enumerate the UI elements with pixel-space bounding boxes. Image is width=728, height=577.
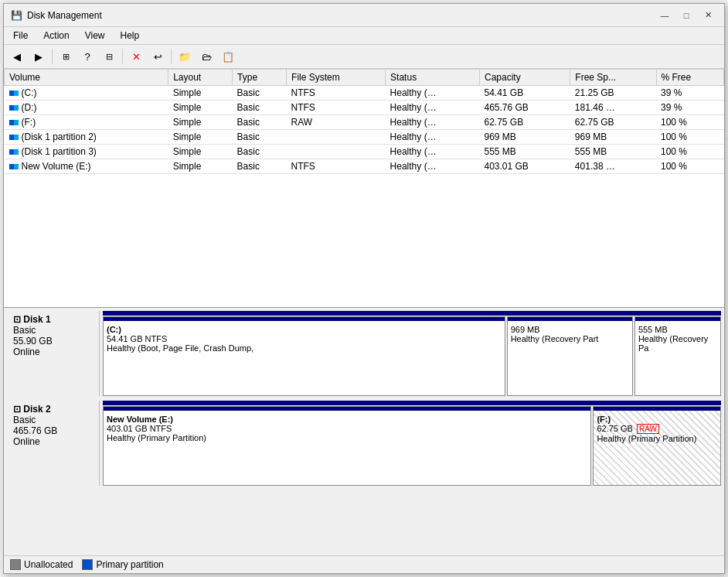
disk1-p2-topbar [508,317,632,321]
disk2-f-status: Healthy (Primary Partition) [597,434,717,443]
menu-bar: File Action View Help [4,27,724,45]
toolbar-back[interactable]: ◀ [7,47,27,66]
cell-fs: NTFS [287,101,386,115]
maximize-button[interactable]: □ [676,8,696,23]
cell-status: Healthy (… [386,130,480,145]
table-row[interactable]: (C:) Simple Basic NTFS Healthy (… 54.41 … [5,86,724,101]
legend-unalloc-box [10,559,21,570]
toolbar-clipboard[interactable]: 📋 [218,47,238,66]
cell-pct: 39 % [656,86,724,101]
cell-volume: (F:) [5,115,168,130]
cell-status: Healthy (… [386,101,480,115]
toolbar-help[interactable]: ? [77,47,97,66]
disk1-visual: (C:) 54.41 GB NTFS Healthy (Boot, Page F… [100,311,721,396]
cell-volume: New Volume (E:) [5,159,168,174]
cell-status: Healthy (… [386,86,480,101]
disk1-p2-partition[interactable]: 969 MB Healthy (Recovery Part [507,316,633,396]
cell-type: Basic [233,159,287,174]
col-volume[interactable]: Volume [5,70,168,86]
disk2-e-status: Healthy (Primary Partition) [107,433,587,442]
close-button[interactable]: ✕ [698,8,718,23]
cell-capacity: 555 MB [479,145,570,159]
menu-action[interactable]: Action [37,29,75,43]
menu-view[interactable]: View [79,29,111,43]
cell-pct: 100 % [656,130,724,145]
disk2-type: Basic [13,415,93,425]
disk1-c-partition[interactable]: (C:) 54.41 GB NTFS Healthy (Boot, Page F… [103,316,505,396]
cell-layout: Simple [168,130,233,145]
disk1-c-size: 54.41 GB NTFS [107,334,502,343]
cell-free: 181.46 … [570,101,656,115]
col-pct[interactable]: % Free [656,70,724,86]
toolbar-delete[interactable]: ✕ [126,47,146,66]
disk2-f-content: (F:) 62.75 GB RAW Healthy (Primary Parti… [597,415,717,443]
menu-help[interactable]: Help [114,29,146,43]
col-layout[interactable]: Layout [168,70,233,86]
main-area: Volume Layout Type File System Status Ca… [4,69,724,573]
table-row[interactable]: (Disk 1 partition 2) Simple Basic Health… [5,130,724,145]
toolbar-grid[interactable]: ⊞ [56,47,76,66]
disk1-row: ⊡ Disk 1 Basic 55.90 GB Online (C:) 54.4… [7,311,721,396]
disk2-row: ⊡ Disk 2 Basic 465.76 GB Online New Volu… [7,401,721,486]
legend-unallocated: Unallocated [10,559,73,570]
disk-area: ⊡ Disk 1 Basic 55.90 GB Online (C:) 54.4… [4,308,724,555]
cell-status: Healthy (… [386,159,480,174]
cell-layout: Simple [168,145,233,159]
table-row[interactable]: (F:) Simple Basic RAW Healthy (… 62.75 G… [5,115,724,130]
col-fs[interactable]: File System [287,70,386,86]
col-free[interactable]: Free Sp... [570,70,656,86]
volume-table[interactable]: Volume Layout Type File System Status Ca… [4,69,724,308]
legend-unalloc-label: Unallocated [24,559,73,570]
toolbar-undo[interactable]: ↩ [148,47,168,66]
cell-pct: 39 % [656,101,724,115]
toolbar: ◀ ▶ ⊞ ? ⊟ ✕ ↩ 📁 🗁 📋 [4,45,724,69]
disk2-e-topbar [104,407,590,411]
disk1-c-content: (C:) 54.41 GB NTFS Healthy (Boot, Page F… [107,325,502,353]
table-row[interactable]: (Disk 1 partition 3) Simple Basic Health… [5,145,724,159]
menu-file[interactable]: File [7,29,34,43]
disk1-c-topbar [104,317,505,321]
disk2-visual: New Volume (E:) 403.01 GB NTFS Healthy (… [100,401,721,486]
table-row[interactable]: New Volume (E:) Simple Basic NTFS Health… [5,159,724,174]
disk2-e-content: New Volume (E:) 403.01 GB NTFS Healthy (… [107,415,587,442]
cell-type: Basic [233,145,287,159]
disk1-p3-status: Healthy (Recovery Pa [638,334,717,353]
title-bar: 💾 Disk Management — □ ✕ [4,4,724,27]
disk1-header-bar [103,311,721,316]
cell-type: Basic [233,130,287,145]
cell-capacity: 54.41 GB [479,86,570,101]
cell-type: Basic [233,115,287,130]
disk2-partitions: New Volume (E:) 403.01 GB NTFS Healthy (… [103,406,721,486]
toolbar-folder1[interactable]: 📁 [175,47,195,66]
raw-badge: RAW [637,424,659,434]
legend-primary-box [82,559,93,570]
toolbar-properties[interactable]: ⊟ [99,47,119,66]
toolbar-sep-2 [122,49,123,64]
col-status[interactable]: Status [386,70,480,86]
legend-primary-label: Primary partition [96,559,163,570]
cell-layout: Simple [168,101,233,115]
cell-volume: (Disk 1 partition 3) [5,145,168,159]
table-row[interactable]: (D:) Simple Basic NTFS Healthy (… 465.76… [5,101,724,115]
col-type[interactable]: Type [233,70,287,86]
cell-fs: NTFS [287,159,386,174]
cell-layout: Simple [168,159,233,174]
col-capacity[interactable]: Capacity [479,70,570,86]
disk1-p2-size: 969 MB [511,325,629,334]
minimize-button[interactable]: — [655,8,675,23]
disk1-p3-partition[interactable]: 555 MB Healthy (Recovery Pa [634,316,721,396]
disk1-name: ⊡ Disk 1 [13,314,93,325]
toolbar-folder2[interactable]: 🗁 [196,47,216,66]
disk2-e-partition[interactable]: New Volume (E:) 403.01 GB NTFS Healthy (… [103,406,591,486]
cell-free: 21.25 GB [570,86,656,101]
disk1-p2-content: 969 MB Healthy (Recovery Part [511,325,629,343]
disk1-label: ⊡ Disk 1 Basic 55.90 GB Online [7,311,100,396]
cell-capacity: 403.01 GB [479,159,570,174]
disk2-f-partition[interactable]: (F:) 62.75 GB RAW Healthy (Primary Parti… [593,406,721,486]
toolbar-sep-1 [52,49,53,64]
cell-volume: (C:) [5,86,168,101]
disk1-p3-size: 555 MB [638,325,717,334]
cell-status: Healthy (… [386,115,480,130]
toolbar-forward[interactable]: ▶ [29,47,49,66]
disk2-f-size: 62.75 GB RAW [597,424,717,434]
